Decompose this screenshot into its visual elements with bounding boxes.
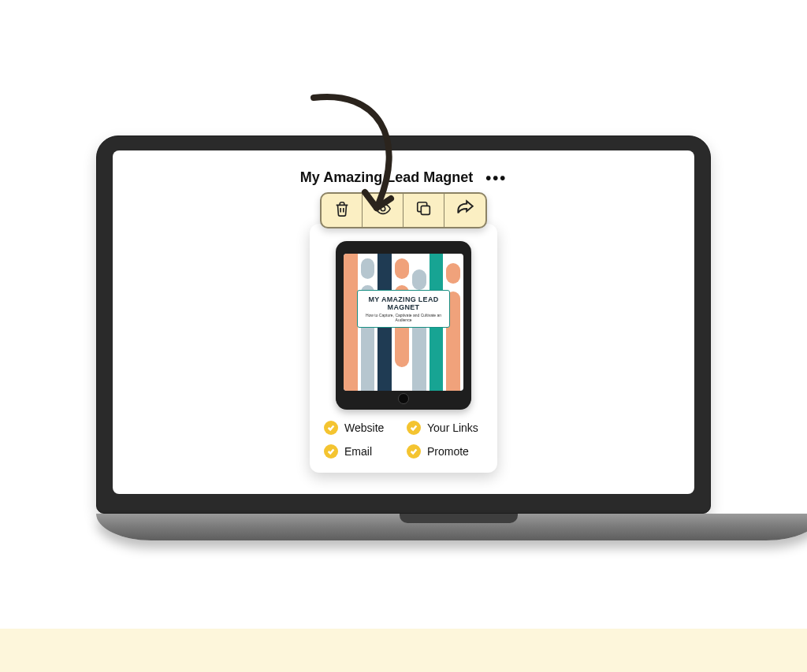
status-promote[interactable]: Promote xyxy=(407,444,483,459)
more-menu-button[interactable]: ••• xyxy=(485,170,507,186)
status-website[interactable]: Website xyxy=(324,421,400,435)
cover-tablet-mockup: MY AMAZING LEAD MAGNET How to Capture, C… xyxy=(336,241,471,410)
status-grid: Website Your Links Email Promote xyxy=(321,421,486,459)
delete-button[interactable] xyxy=(322,194,363,227)
status-email[interactable]: Email xyxy=(324,444,400,459)
share-button[interactable] xyxy=(444,194,485,227)
cover-subtitle: How to Capture, Captivate and Cultivate … xyxy=(361,313,446,322)
status-label: Email xyxy=(344,445,372,458)
app-screen: My Amazing Lead Magnet ••• xyxy=(113,150,694,494)
svg-point-0 xyxy=(381,206,385,211)
status-your-links[interactable]: Your Links xyxy=(407,421,483,435)
laptop-mockup: My Amazing Lead Magnet ••• xyxy=(96,136,711,540)
check-icon xyxy=(324,444,338,459)
cover-artwork: MY AMAZING LEAD MAGNET How to Capture, C… xyxy=(344,254,463,391)
svg-rect-1 xyxy=(421,206,430,214)
card-header-row: My Amazing Lead Magnet ••• xyxy=(300,169,507,186)
eye-icon xyxy=(374,200,392,221)
check-icon xyxy=(407,421,421,435)
status-label: Website xyxy=(344,421,384,434)
check-icon xyxy=(407,444,421,459)
page-bottom-band xyxy=(0,629,807,672)
card-action-toolbar xyxy=(320,192,487,228)
share-arrow-icon xyxy=(455,199,475,222)
laptop-base xyxy=(96,514,807,540)
cover-title: MY AMAZING LEAD MAGNET xyxy=(361,295,446,311)
duplicate-button[interactable] xyxy=(404,194,444,227)
check-icon xyxy=(324,421,338,435)
status-label: Promote xyxy=(427,445,469,458)
status-label: Your Links xyxy=(427,421,478,434)
preview-button[interactable] xyxy=(363,194,404,227)
copy-icon xyxy=(415,200,433,221)
laptop-lid: My Amazing Lead Magnet ••• xyxy=(96,136,711,514)
trash-icon xyxy=(333,200,351,221)
card-title: My Amazing Lead Magnet xyxy=(300,169,473,186)
laptop-screen: My Amazing Lead Magnet ••• xyxy=(113,150,694,494)
lead-magnet-card[interactable]: MY AMAZING LEAD MAGNET How to Capture, C… xyxy=(310,224,497,473)
cover-title-box: MY AMAZING LEAD MAGNET How to Capture, C… xyxy=(357,290,450,328)
